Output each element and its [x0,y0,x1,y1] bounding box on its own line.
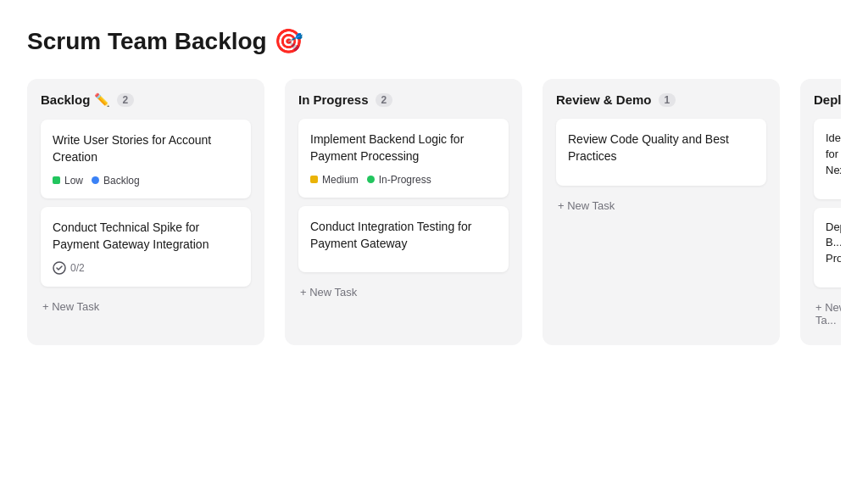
column-title-review-demo: Review & Demo [556,92,652,107]
tag-label-low: Low [64,175,83,187]
new-task-label-deployment: + New Ta... [815,301,841,327]
column-header-backlog: Backlog ✏️ 2 [41,92,251,108]
column-title-in-progress: In Progress [298,92,369,107]
column-header-in-progress: In Progress 2 [298,92,509,107]
tag-dot-in-progress [367,176,375,183]
progress-label: 0/2 [70,262,85,274]
card-tags-write-user-stories: Low Backlog [53,175,239,187]
new-task-label-review-demo: + New Task [558,199,615,212]
card-title-identify-next: Identify for Next [826,131,841,179]
card-backend-logic[interactable]: Implement Backend Logic for Payment Proc… [298,119,509,198]
column-title-deployment: Deployment [814,92,841,107]
board-page: Scrum Team Backlog 🎯 Backlog ✏️ 2 Write … [0,0,868,345]
column-backlog: Backlog ✏️ 2 Write User Stories for Acco… [27,79,264,345]
card-tags-backend-logic: Medium In-Progress [310,174,497,186]
card-title-technical-spike: Conduct Technical Spike for Payment Gate… [53,219,239,254]
new-task-backlog[interactable]: + New Task [41,295,251,318]
card-write-user-stories[interactable]: Write User Stories for Account Creation … [41,120,251,198]
tag-low: Low [53,175,83,187]
tag-label-medium: Medium [322,174,359,186]
column-review-demo: Review & Demo 1 Review Code Quality and … [542,79,780,345]
card-meta-technical-spike: 0/2 [53,261,239,275]
column-count-backlog: 2 [117,93,135,107]
tag-dot-medium [310,176,318,183]
card-integration-testing[interactable]: Conduct Integration Testing for Payment … [298,206,509,273]
column-header-deployment: Deployment [814,92,841,107]
column-title-backlog: Backlog ✏️ [41,92,110,108]
new-task-label-in-progress: + New Task [300,286,357,299]
card-technical-spike[interactable]: Conduct Technical Spike for Payment Gate… [41,207,251,287]
card-title-integration-testing: Conduct Integration Testing for Payment … [310,218,497,253]
tag-in-progress: In-Progress [367,174,431,186]
new-task-in-progress[interactable]: + New Task [298,281,509,304]
tag-dot-backlog [92,176,99,184]
checkmark-icon [53,261,66,275]
column-count-in-progress: 2 [376,93,393,107]
tag-backlog: Backlog [92,175,140,187]
card-identify-next[interactable]: Identify for Next [814,119,841,199]
tag-label-backlog: Backlog [103,175,140,187]
column-deployment: Deployment Identify for Next Deploy B...… [800,79,841,345]
new-task-label-backlog: + New Task [42,300,99,313]
card-title-write-user-stories: Write User Stories for Account Creation [53,131,239,166]
page-title: Scrum Team Backlog 🎯 [27,27,841,55]
card-deploy-production[interactable]: Deploy B... Productio... [814,208,841,288]
new-task-review-demo[interactable]: + New Task [556,194,766,217]
card-code-quality[interactable]: Review Code Quality and Best Practices [556,119,766,186]
column-header-review-demo: Review & Demo 1 [556,92,766,107]
page-title-text: Scrum Team Backlog [27,28,267,55]
column-count-review-demo: 1 [659,93,676,107]
card-title-deploy-production: Deploy B... Productio... [826,220,841,268]
kanban-board: Backlog ✏️ 2 Write User Stories for Acco… [27,79,841,345]
card-title-backend-logic: Implement Backend Logic for Payment Proc… [310,131,497,165]
tag-label-in-progress: In-Progress [379,174,431,186]
card-title-code-quality: Review Code Quality and Best Practices [568,131,754,165]
tag-dot-low [53,176,60,184]
new-task-deployment[interactable]: + New Ta... [814,296,841,332]
column-in-progress: In Progress 2 Implement Backend Logic fo… [285,79,522,345]
page-title-emoji: 🎯 [274,27,303,55]
tag-medium: Medium [310,174,359,186]
